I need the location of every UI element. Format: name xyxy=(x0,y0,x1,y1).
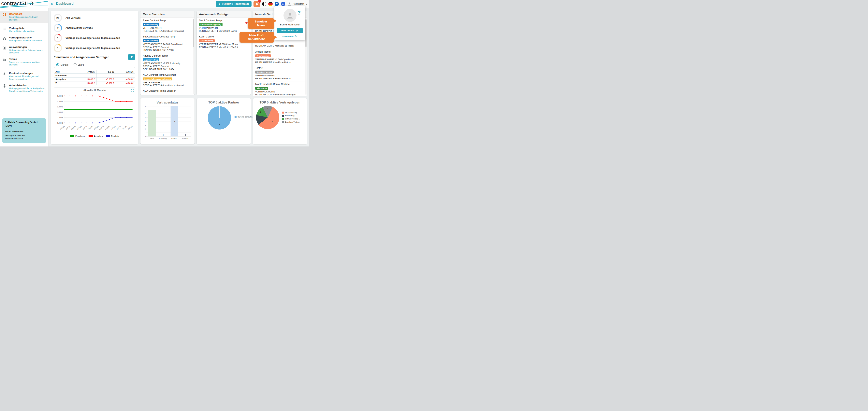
twelve-month-chart-box: Aktuelle 12 Monate 5.000 €3.000 €1.000 €… xyxy=(54,88,135,138)
favorites-panel: Meine Favoriten Sales Contract Temp Rahm… xyxy=(141,11,194,95)
table-header-row: ART JAN 25 FEB 25 MAR 25 xyxy=(54,70,135,74)
filter-button[interactable] xyxy=(128,55,135,60)
svg-text:Pausiert: Pausiert xyxy=(182,138,189,140)
radio-jahre[interactable]: Jahre xyxy=(73,63,84,66)
notification-badge: 11 xyxy=(258,0,261,3)
partner-legend: Curema Consultin xyxy=(235,116,252,118)
sidebar-collapse-icon[interactable]: « xyxy=(51,1,53,6)
svg-text:JUN 25: JUN 25 xyxy=(116,125,122,130)
contract-list-item[interactable]: SubContractor Contract Temp Rahmenvertra… xyxy=(141,34,194,53)
contract-list-item[interactable]: TestAI1 Sonstiger Vertrag VERTRAGSWERT: … xyxy=(253,65,307,81)
contract-list-item[interactable]: NDA Contract Temp Customer Geheimhaltung… xyxy=(141,72,194,88)
sidebar-item-kontoeinstellungen[interactable]: Kontoeinstellungen Abonnement, Einstellu… xyxy=(0,70,48,82)
hierarchy-icon xyxy=(3,36,7,41)
contract-list-item[interactable]: Agency Contract Temp Agenturvertrag VERT… xyxy=(141,53,194,72)
user-email[interactable]: test@test xyxy=(293,3,304,5)
stat-ring: 1 xyxy=(54,44,62,52)
expand-icon[interactable] xyxy=(131,89,133,93)
my-profile-button[interactable]: MEIN PROFIL xyxy=(277,28,303,33)
svg-text:FEB 25: FEB 25 xyxy=(94,125,99,130)
scrollbar-track[interactable] xyxy=(193,19,194,94)
sidebar-item-label: Auswertungen xyxy=(9,45,46,48)
svg-text:AUG 24: AUG 24 xyxy=(59,125,65,130)
svg-text:4: 4 xyxy=(145,121,146,123)
stat-expiring-60: 1 Verträge die in weniger als 60 Tagen a… xyxy=(54,34,135,42)
dashboard-page: contractSILO « Dashboard + VERTRAG HINZU… xyxy=(0,0,309,146)
overview-card: 22 Alle Verträge 7 Anzahl aktiver Verträ… xyxy=(51,11,138,144)
contract-list-item[interactable]: Angela Merkel Arbeitsvertrag VERTRAGSWER… xyxy=(253,49,307,65)
sidebar-item-auswertungen[interactable]: Auswertungen Verträge über einen Zeitrau… xyxy=(0,44,48,56)
contract-list-item[interactable]: Month to Month Rental Contract Mietvertr… xyxy=(253,81,307,96)
stat-expiring-90: 1 Verträge die in weniger als 90 Tagen a… xyxy=(54,44,135,53)
contract-type-badge: Softwarevertrag (SaaS) xyxy=(199,23,222,26)
list-icon xyxy=(3,27,7,31)
period-radio-group: Monate Jahre xyxy=(54,62,135,68)
dashboard-grid-icon xyxy=(3,13,7,17)
type-pie: 1411 ArbeitsvertragMietvertragSoftwareve… xyxy=(253,105,307,129)
sidebar-item-desc: Übersicht über alle Verträge xyxy=(9,30,35,33)
twelve-month-legend: EinnahmenAusgabenErgebnis xyxy=(55,135,134,137)
svg-text:3.000 €: 3.000 € xyxy=(57,100,63,102)
scrollbar-thumb[interactable] xyxy=(305,19,307,47)
notifications-button[interactable]: 11 xyxy=(253,1,260,7)
company-card: CuReMa Consulting GmbH (DEV) Bernd Wehmö… xyxy=(2,118,46,143)
contract-list-item[interactable]: SaaS Contract Temp Softwarevertrag (SaaS… xyxy=(197,18,251,34)
avatar-question-mark: ? xyxy=(297,10,301,16)
finance-section-title: Einnahmen und Ausgaben aus Verträgen xyxy=(54,56,109,59)
scrollbar-thumb[interactable] xyxy=(193,19,194,47)
svg-text:8: 8 xyxy=(174,120,175,123)
theme-toggle-icon[interactable] xyxy=(262,2,266,6)
svg-text:0: 0 xyxy=(185,134,186,136)
radio-monate[interactable]: Monate xyxy=(56,63,68,66)
logo-text-serif: contract xyxy=(1,0,21,6)
company-name: CuReMa Consulting GmbH (DEV) xyxy=(5,121,43,128)
scrollbar-track[interactable] xyxy=(305,19,307,95)
stat-ring: 7 xyxy=(54,24,62,32)
sidebar-item-administration[interactable]: Administration Vertragstypen und Export … xyxy=(0,82,48,94)
user-full-name: Bernd Wehmöller xyxy=(277,23,303,26)
logout-icon xyxy=(295,35,298,37)
page-title: Dashboard xyxy=(56,2,73,6)
svg-text:MÄR 25: MÄR 25 xyxy=(99,125,105,130)
expiring-panel: Auslaufende Verträge SaaS Contract Temp … xyxy=(197,11,251,95)
add-contract-button[interactable]: + VERTRAG HINZUFÜGEN xyxy=(216,1,251,7)
contract-type-badge: Arbeitsvertrag xyxy=(199,39,215,42)
logout-button[interactable]: ABMELDEN xyxy=(277,35,303,37)
svg-text:5: 5 xyxy=(145,117,146,119)
contract-list-item[interactable]: Sales Contract Temp Rahmenvertrag VERTRA… xyxy=(141,18,194,34)
svg-text:DEZ 24: DEZ 24 xyxy=(82,125,88,130)
bar-chart-icon xyxy=(3,46,7,50)
sidebar-item-dashboard[interactable]: Dashboard Informationen zu den Verträgen… xyxy=(0,11,48,23)
sidebar-item-label: Kontoeinstellungen xyxy=(9,72,46,75)
radio-unselected-icon xyxy=(73,63,76,66)
user-role: Vertragsadministrator xyxy=(5,134,43,137)
sidebar-item-teams[interactable]: Teams Teams und zugeordnete Verträge anz… xyxy=(0,56,48,68)
sidebar-item-vertragshierarchie[interactable]: Vertragshierarchie Verträge nach Attribu… xyxy=(0,34,48,44)
table-row-expense: Ausgaben -5.000 € -5.000 € -4.000 € xyxy=(54,77,135,81)
panel-title: Meine Favoriten xyxy=(141,11,194,18)
svg-text:SEP 24: SEP 24 xyxy=(65,125,71,130)
sidebar-item-vertragsliste[interactable]: Vertragsliste Übersicht über alle Verträ… xyxy=(0,25,48,34)
contract-type-badge: Geheimhaltungsvereinbarung xyxy=(143,77,172,80)
alert-dot xyxy=(245,22,248,24)
bell-icon xyxy=(255,2,258,6)
help-button[interactable]: ? xyxy=(275,2,279,6)
privacy-icon[interactable]: DA xyxy=(281,2,285,6)
sidebar-item-label: Teams xyxy=(9,58,46,61)
funnel-icon xyxy=(130,56,133,59)
language-flag-icon[interactable] xyxy=(268,2,273,6)
divider xyxy=(0,69,48,69)
user-avatar-icon[interactable] xyxy=(287,2,291,6)
chart-title: Aktuelle 12 Monate xyxy=(55,89,134,92)
contract-list-item[interactable]: NDA Customer Temp Supplier xyxy=(141,88,194,94)
stat-ring: 1 xyxy=(54,34,62,42)
app-logo[interactable]: contractSILO xyxy=(0,0,49,8)
svg-text:Gekündigt: Gekündigt xyxy=(159,138,167,140)
svg-text:Aktiv: Aktiv xyxy=(150,138,154,140)
svg-text:OKT 24: OKT 24 xyxy=(71,125,76,130)
svg-text:2: 2 xyxy=(145,128,146,130)
sidebar-item-desc: Informationen zu den Verträgen anzeigen xyxy=(9,16,46,21)
top-bar: contractSILO « Dashboard + VERTRAG HINZU… xyxy=(0,0,309,8)
callout-profile-button: Mein Profil Schaltfläche xyxy=(240,32,274,42)
type-legend: ArbeitsvertragMietvertragSoftwarevertrag… xyxy=(282,111,300,123)
